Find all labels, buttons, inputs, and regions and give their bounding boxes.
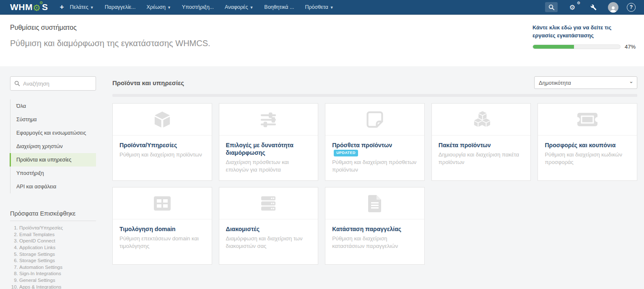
ticket-icon	[576, 112, 598, 128]
navbar-actions: ⚙⚙ ?	[545, 2, 638, 13]
card-description: Ρύθμιση και διαχείριση προϊόντων	[119, 151, 205, 159]
recent-link[interactable]: Sign-In Integrations	[19, 271, 96, 277]
wrench-icon[interactable]	[587, 2, 600, 12]
logo-gear-icon: ⚙⚙	[33, 2, 42, 12]
order-document-icon	[367, 194, 382, 213]
card-product-addons[interactable]: Πρόσθετα προϊόντωνUPDATED Ρύθμιση και δι…	[325, 103, 425, 181]
settings-sidebar: Όλα Σύστημα Εφαρμογές και ενσωματώσεις Δ…	[10, 76, 96, 289]
sidebar-item-apps-integrations[interactable]: Εφαρμογές και ενσωματώσεις	[10, 126, 96, 140]
card-description: Ρύθμιση και διαχείριση κωδικών προσφοράς	[545, 151, 630, 166]
recent-link[interactable]: Storage Settings	[19, 258, 96, 264]
recent-link[interactable]: Apps & Integrations	[19, 284, 96, 289]
settings-gears-icon[interactable]: ⚙⚙	[566, 2, 579, 12]
recent-link[interactable]: Email Templates	[19, 232, 96, 238]
recently-visited: Πρόσφατα Επισκέφθηκε Προϊόντα/Υπηρεσίες …	[10, 210, 96, 289]
card-description: Διαμόρφωση και διαχείριση των διακομιστώ…	[226, 235, 312, 250]
recently-visited-title: Πρόσφατα Επισκέφθηκε	[10, 210, 96, 221]
main-panel: Προϊόντα και υπηρεσίες Δημοτικότητα ⌄	[112, 76, 637, 289]
card-description: Διαχείριση πρόσθετων και επιλογών για πρ…	[226, 159, 312, 173]
whmcs-logo[interactable]: WHM ⚙⚙ S	[10, 2, 48, 12]
quick-add-button[interactable]: +	[60, 3, 64, 11]
setup-progress-bar	[532, 44, 621, 49]
search-icon[interactable]	[545, 2, 558, 12]
card-title: Πρόσθετα προϊόντωνUPDATED	[332, 141, 418, 156]
caret-down-icon: ▼	[330, 5, 334, 10]
recent-link[interactable]: Application Links	[19, 245, 96, 251]
card-domain-pricing[interactable]: Τιμολόγηση domain Ρύθμιση επεκτάσεων dom…	[112, 187, 212, 265]
card-title: Τιμολόγηση domain	[119, 225, 205, 233]
search-input[interactable]	[23, 81, 92, 87]
card-servers[interactable]: Διακομιστές Διαμόρφωση και διαχείριση τω…	[219, 187, 319, 265]
sidebar-item-api-security[interactable]: API και ασφάλεια	[10, 180, 96, 193]
search-icon	[14, 81, 20, 86]
cubes-icon	[472, 110, 491, 129]
card-title: Πακέτα προϊόντων	[439, 141, 524, 149]
menu-utilities[interactable]: Βοηθητικά ...	[264, 4, 294, 10]
card-title: Προσφορές και κουπόνια	[545, 141, 630, 149]
menu-addons[interactable]: Πρόσθετα▼	[305, 4, 333, 10]
box-icon	[153, 111, 172, 128]
card-configurable-options[interactable]: Επιλογές με δυνατότητα διαμόρφωσης Διαχε…	[219, 103, 319, 181]
card-title: Προϊόντα/Υπηρεσίες	[119, 141, 205, 149]
card-description: Ρύθμιση και διαχείριση πρόσθετων προϊόντ…	[332, 159, 418, 173]
card-title: Κατάσταση παραγγελίας	[332, 225, 418, 233]
caret-down-icon: ▼	[90, 5, 94, 10]
card-description: Δημιουργία και διαχείριση πακέτα προϊόντ…	[439, 151, 524, 166]
updated-badge: UPDATED	[334, 150, 358, 157]
setup-progress-fill	[533, 45, 574, 49]
pricing-table-icon	[153, 195, 172, 212]
recently-visited-list: Προϊόντα/Υπηρεσίες Email Templates OpenI…	[10, 225, 96, 289]
card-description: Ρύθμιση και διαχείριση καταστάσεων παραγ…	[332, 235, 418, 250]
card-promotions-coupons[interactable]: Προσφορές και κουπόνια Ρύθμιση και διαχε…	[538, 103, 637, 181]
sort-select-wrap: Δημοτικότητα ⌄	[534, 76, 637, 89]
logo-text-prefix: WHM	[10, 2, 33, 12]
section-divider	[112, 94, 637, 97]
sidebar-item-support[interactable]: Υποστήριξη	[10, 167, 96, 180]
recent-link[interactable]: Προϊόντα/Υπηρεσίες	[19, 225, 96, 232]
card-order-status[interactable]: Κατάσταση παραγγελίας Ρύθμιση και διαχεί…	[325, 187, 425, 265]
page-title: Ρυθμίσεις συστήματος	[10, 24, 532, 31]
menu-billing[interactable]: Χρέωση▼	[146, 4, 171, 10]
page-subtitle: Ρύθμιση και διαμόρφωση της εγκατάστασης …	[10, 39, 532, 48]
servers-icon	[259, 195, 278, 212]
sticky-note-icon	[366, 110, 384, 129]
sidebar-search	[10, 76, 96, 91]
category-nav: Όλα Σύστημα Εφαρμογές και ενσωματώσεις Δ…	[10, 99, 96, 193]
top-navbar: WHM ⚙⚙ S + Πελάτες▼ Παραγγελίε... Χρέωση…	[0, 0, 644, 15]
caret-down-icon: ▼	[249, 5, 253, 10]
sidebar-item-system[interactable]: Σύστημα	[10, 113, 96, 126]
page-header: Ρυθμίσεις συστήματος Ρύθμιση και διαμόρφ…	[0, 15, 644, 66]
recent-link[interactable]: General Settings	[19, 277, 96, 284]
sidebar-item-user-management[interactable]: Διαχείριση χρηστών	[10, 140, 96, 153]
sliders-icon	[259, 111, 278, 128]
sort-select[interactable]: Δημοτικότητα	[534, 76, 637, 89]
card-product-bundles[interactable]: Πακέτα προϊόντων Δημιουργία και διαχείρι…	[431, 103, 531, 181]
menu-reports[interactable]: Αναφορές▼	[225, 4, 253, 10]
sidebar-item-products-services[interactable]: Προϊόντα και υπηρεσίες	[10, 153, 96, 167]
menu-orders[interactable]: Παραγγελίε...	[105, 4, 136, 10]
recent-link[interactable]: Automation Settings	[19, 264, 96, 271]
recent-link[interactable]: Storage Settings	[19, 251, 96, 258]
card-title: Επιλογές με δυνατότητα διαμόρφωσης	[226, 141, 312, 156]
menu-support[interactable]: Υποστήριξη...	[182, 4, 214, 10]
card-title: Διακομιστές	[226, 225, 312, 233]
setup-tasks-link[interactable]: Κάντε κλικ εδώ για να δείτε τις εργασίες…	[532, 24, 636, 40]
card-description: Ρύθμιση επεκτάσεων domain και τιμολόγηση…	[119, 235, 205, 250]
setup-progress-percent: 47%	[625, 44, 636, 50]
user-avatar[interactable]	[608, 2, 618, 13]
main-menu: Πελάτες▼ Παραγγελίε... Χρέωση▼ Υποστήριξ…	[70, 4, 333, 10]
sidebar-item-all[interactable]: Όλα	[10, 99, 96, 113]
help-icon[interactable]: ?	[627, 3, 636, 12]
recent-link[interactable]: OpenID Connect	[19, 238, 96, 245]
caret-down-icon: ▼	[167, 5, 171, 10]
section-title: Προϊόντα και υπηρεσίες	[112, 79, 184, 86]
card-products-services[interactable]: Προϊόντα/Υπηρεσίες Ρύθμιση και διαχείρισ…	[112, 103, 212, 181]
menu-clients[interactable]: Πελάτες▼	[70, 4, 93, 10]
settings-cards-grid: Προϊόντα/Υπηρεσίες Ρύθμιση και διαχείρισ…	[112, 103, 637, 265]
